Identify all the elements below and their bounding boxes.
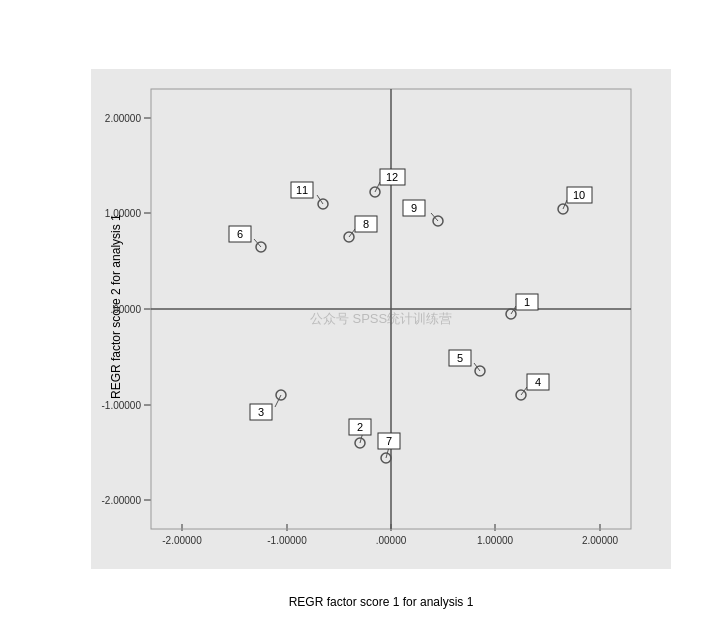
svg-text:9: 9 <box>411 202 417 214</box>
svg-text:4: 4 <box>535 376 541 388</box>
svg-text:2: 2 <box>357 421 363 433</box>
chart-container: REGR factor score 2 for analysis 1 REGR … <box>0 0 702 618</box>
svg-text:8: 8 <box>363 218 369 230</box>
svg-text:2.00000: 2.00000 <box>105 113 142 124</box>
svg-text:-1.00000: -1.00000 <box>267 535 307 546</box>
svg-text:.00000: .00000 <box>376 535 407 546</box>
x-axis-label: REGR factor score 1 for analysis 1 <box>289 595 474 609</box>
svg-text:1.00000: 1.00000 <box>105 208 142 219</box>
svg-text:-2.00000: -2.00000 <box>162 535 202 546</box>
svg-line-56 <box>431 213 438 221</box>
svg-text:1.00000: 1.00000 <box>477 535 514 546</box>
svg-text:6: 6 <box>237 228 243 240</box>
svg-text:-1.00000: -1.00000 <box>102 400 142 411</box>
plot-svg: -2.00000 -1.00000 .00000 1.00000 2.00000… <box>91 69 671 569</box>
svg-text:1: 1 <box>524 296 530 308</box>
svg-text:11: 11 <box>296 184 308 196</box>
svg-text:-2.00000: -2.00000 <box>102 495 142 506</box>
svg-text:10: 10 <box>573 189 585 201</box>
chart-area: REGR factor score 2 for analysis 1 REGR … <box>91 69 671 569</box>
svg-text:12: 12 <box>386 171 398 183</box>
svg-text:2.00000: 2.00000 <box>582 535 619 546</box>
svg-text:5: 5 <box>457 352 463 364</box>
svg-line-44 <box>254 239 261 247</box>
svg-text:.00000: .00000 <box>110 304 141 315</box>
svg-text:7: 7 <box>386 435 392 447</box>
svg-text:3: 3 <box>258 406 264 418</box>
